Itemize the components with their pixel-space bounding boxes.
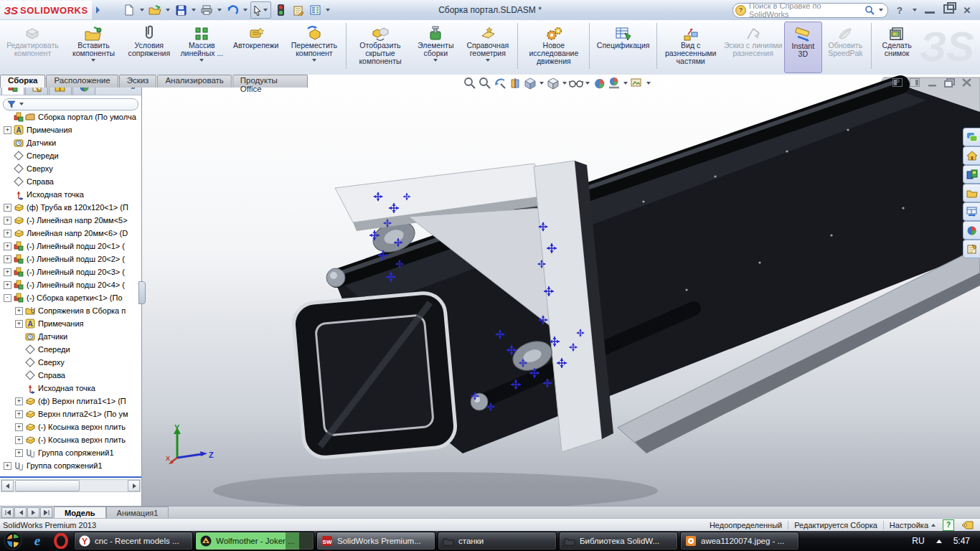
- linear-pattern-button[interactable]: Массив линейных ...: [176, 22, 228, 73]
- update-speedpak-button[interactable]: Обновить SpeedPak: [822, 22, 870, 73]
- tree-item[interactable]: +Примечания: [0, 317, 141, 330]
- tree-item[interactable]: +(-) Линейная напр 20мм<5>: [0, 214, 141, 227]
- customize-menu[interactable]: Настройка: [890, 521, 928, 529]
- prev-tab-button[interactable]: [14, 507, 27, 518]
- tree-item[interactable]: Справа: [0, 369, 141, 382]
- zoom-fit-icon[interactable]: [463, 76, 477, 90]
- home-tab[interactable]: [963, 146, 980, 165]
- scrollbar-thumb[interactable]: [15, 480, 80, 491]
- solidworks-resources-tab[interactable]: [963, 128, 980, 146]
- appearances-tab[interactable]: [963, 221, 980, 240]
- filter-dropdown[interactable]: [19, 103, 24, 105]
- minimize-button[interactable]: [923, 5, 937, 16]
- filter-input[interactable]: [3, 98, 138, 110]
- new-document-button[interactable]: [121, 2, 137, 18]
- tree-expander[interactable]: +: [4, 204, 11, 212]
- tab-office-products[interactable]: Продукты Office: [232, 75, 308, 88]
- tree-item[interactable]: Сборка портал (По умолча: [0, 110, 141, 123]
- taskbar-button-solidworks[interactable]: SWSolidWorks Premium...: [316, 532, 435, 550]
- tree-item[interactable]: Сверху: [0, 162, 141, 175]
- apply-scene-dropdown[interactable]: [623, 82, 628, 85]
- split-view-left-button[interactable]: [892, 77, 903, 88]
- tree-item[interactable]: +Линейная напр 20мм<6> (D: [0, 227, 141, 240]
- split-view-right-button[interactable]: [909, 77, 920, 88]
- tree-expander[interactable]: +: [15, 436, 23, 444]
- tree-expander[interactable]: +: [15, 397, 23, 405]
- tree-item[interactable]: +(ф) Верхн плита1<1> (П: [0, 395, 141, 408]
- tree-expander[interactable]: +: [4, 242, 11, 250]
- file-explorer-tab[interactable]: [963, 184, 980, 202]
- tags-icon[interactable]: [961, 521, 974, 530]
- design-library-tab[interactable]: [963, 165, 980, 184]
- new-motion-study-button[interactable]: Новое исследование движения: [520, 22, 587, 73]
- hide-show-dropdown[interactable]: [585, 82, 590, 85]
- undo-button[interactable]: [225, 2, 240, 18]
- help-search-box[interactable]: ? Поиск в Справке по SolidWorks: [732, 3, 888, 18]
- properties-dropdown[interactable]: [326, 9, 330, 11]
- open-button[interactable]: [147, 2, 163, 18]
- next-tab-button[interactable]: [27, 507, 39, 518]
- tree-item[interactable]: Спереди: [0, 149, 141, 162]
- panel-splitter-handle[interactable]: [138, 281, 146, 304]
- tab-layout[interactable]: Расположение: [46, 75, 118, 88]
- doc-close-button[interactable]: [961, 77, 972, 88]
- move-component-button[interactable]: Переместить компонент: [284, 22, 344, 73]
- start-button[interactable]: [1, 532, 24, 550]
- tree-item[interactable]: Спереди: [0, 343, 141, 356]
- view-orientation-dropdown[interactable]: [540, 82, 544, 85]
- instant3d-button[interactable]: Instant 3D: [784, 22, 821, 73]
- quick-tips-button[interactable]: ?: [943, 519, 954, 531]
- tree-expander[interactable]: +: [4, 126, 11, 134]
- tree-expander[interactable]: +: [15, 423, 23, 431]
- select-dropdown[interactable]: [263, 9, 268, 11]
- rebuild-button[interactable]: [273, 2, 288, 18]
- opera-icon[interactable]: [50, 535, 72, 547]
- save-button[interactable]: [173, 2, 189, 18]
- save-dropdown[interactable]: [192, 9, 196, 11]
- tab-evaluate[interactable]: Анализировать: [157, 75, 231, 88]
- internet-explorer-icon[interactable]: e: [27, 535, 48, 547]
- tree-expander[interactable]: +: [4, 268, 11, 276]
- section-view-icon[interactable]: [508, 76, 522, 90]
- new-dropdown[interactable]: [140, 9, 144, 11]
- tree-item[interactable]: +(ф) Труба кв 120x120<1> (П: [0, 201, 141, 214]
- taskbar-button-aimp[interactable]: Wolfmother - Joker ...: [195, 532, 314, 550]
- scroll-left-button[interactable]: [1, 480, 14, 491]
- view-settings-dropdown[interactable]: [646, 82, 651, 85]
- linear-pattern-dropdown[interactable]: [199, 59, 204, 62]
- tree-expander[interactable]: +: [15, 320, 23, 328]
- flyout-arrow-icon[interactable]: [96, 6, 100, 14]
- tree-item[interactable]: +Сопряжения в Сборка п: [0, 304, 141, 317]
- display-style-dropdown[interactable]: [562, 82, 567, 85]
- previous-view-icon[interactable]: [493, 76, 507, 90]
- model-3d-view[interactable]: [141, 75, 980, 506]
- scroll-right-button[interactable]: [128, 480, 140, 491]
- tree-horizontal-scrollbar[interactable]: [1, 479, 141, 492]
- custom-properties-tab[interactable]: [963, 240, 980, 258]
- apply-scene-icon[interactable]: [607, 76, 621, 90]
- restore-button[interactable]: [941, 4, 956, 16]
- insert-components-button[interactable]: Вставить компоненты: [65, 22, 122, 73]
- first-tab-button[interactable]: [1, 507, 14, 518]
- clock[interactable]: 5:47: [953, 536, 970, 546]
- tree-item[interactable]: +Группа сопряжений1: [0, 459, 141, 472]
- file-properties-button[interactable]: [307, 2, 323, 18]
- open-dropdown[interactable]: [166, 9, 170, 11]
- edit-component-button[interactable]: Редактировать компонент: [0, 22, 65, 73]
- exploded-view-button[interactable]: Вид с разнесенными частями: [659, 22, 722, 73]
- show-hidden-components-button[interactable]: Отобразить скрытые компоненты: [349, 22, 411, 73]
- tab-assembly[interactable]: Сборка: [0, 75, 45, 88]
- tree-item[interactable]: +(-) Линейный подш 20<3> (: [0, 265, 141, 278]
- insert-components-dropdown[interactable]: [91, 59, 95, 62]
- move-component-dropdown[interactable]: [312, 59, 316, 62]
- language-indicator[interactable]: RU: [912, 536, 924, 546]
- customize-caret-icon[interactable]: [931, 524, 936, 527]
- hide-show-items-icon[interactable]: [569, 76, 583, 90]
- reference-geometry-dropdown[interactable]: [486, 59, 490, 62]
- select-tool-button[interactable]: [250, 1, 271, 19]
- tree-item[interactable]: +(-) Линейный подш 20<1> (: [0, 240, 141, 253]
- tree-expander[interactable]: +: [15, 449, 23, 457]
- close-button[interactable]: ✕: [960, 5, 974, 16]
- tree-item[interactable]: Датчики: [0, 330, 141, 343]
- tree-item[interactable]: Справа: [0, 175, 141, 188]
